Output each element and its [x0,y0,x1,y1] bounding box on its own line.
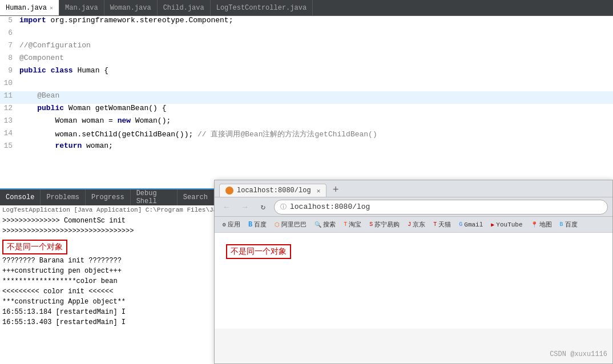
bookmark-maps[interactable]: 📍 地图 [527,219,555,230]
browser-tab-item[interactable]: localhost:8080/log ✕ [219,184,326,197]
tab-label: Human.java [6,4,47,12]
console-line-2: >>>>>>>>>>>>>>>>>>>>>>>>>>>>>>>> [2,227,212,237]
address-bar[interactable]: ⓘ localhost:8080/log [274,200,608,215]
tab-progress[interactable]: Progress [86,189,131,205]
lock-icon: ⓘ [280,203,287,211]
youtube-label: YouTube [496,221,522,228]
console-line-8: ***constructing Apple object** [2,298,212,308]
browser-window: localhost:8080/log ✕ + ← → ↻ ⓘ localhost… [214,180,613,364]
bookmark-youtube[interactable]: ▶ YouTube [487,220,526,229]
csdn-watermark: CSDN @xuxu1116 [550,350,607,358]
console-line-5: +++constructing pen object+++ [2,267,212,277]
code-line-13: 13 Woman woman = new Woman(); [0,116,613,129]
forward-button[interactable]: → [237,200,252,215]
bookmark-baidu-1[interactable]: B 百度 [245,219,270,230]
console-header-line: LogTestApplication [Java Application] C:… [2,207,212,217]
tab-bar: Human.java ✕ Man.java Woman.java Child.j… [0,0,613,16]
bookmark-suning[interactable]: S 苏宁易购 [366,219,403,230]
refresh-button[interactable]: ↻ [256,200,271,215]
bookmark-tianmao[interactable]: T 天猫 [430,219,454,230]
not-same-object-label-browser: 不是同一个对象 [226,244,291,259]
tab-child-java[interactable]: Child.java [158,0,211,15]
browser-tab-close-icon[interactable]: ✕ [317,187,321,195]
code-editor: 5 import org.springframework.stereotype.… [0,16,613,193]
close-icon[interactable]: ✕ [50,5,53,11]
favicon-icon [225,187,233,195]
code-line-8: 8 @Component [0,54,613,66]
address-text: localhost:8080/log [290,203,370,211]
tab-logtestcontroller-java[interactable]: LogTestController.java [211,0,313,15]
tab-label: LogTestController.java [216,4,306,12]
bookmark-jingdong[interactable]: J 京东 [404,219,429,230]
bookmark-baidu-2[interactable]: B 百度 [556,219,581,230]
bookmark-gmail[interactable]: G Gmail [455,220,486,229]
console-line-9: 16:55:13.184 [restartedMain] I [2,308,212,318]
tab-debug-shell[interactable]: Debug Shell [131,189,178,205]
csdn-username: @xuxu1116 [570,350,607,358]
bookmarks-bar: ⚙ 应用 B 百度 ⬡ 阿里巴巴 🔍 搜索 T 淘宝 S 苏宁易购 [215,217,612,233]
bookmark-search[interactable]: 🔍 搜索 [311,219,339,230]
bookmark-apps[interactable]: ⚙ 应用 [219,219,244,230]
console-line-10: 16:55:13.403 [restartedMain] I [2,318,212,329]
bookmark-taobao[interactable]: T 淘宝 [340,219,365,230]
code-line-15: 15 return woman; [0,141,613,154]
tab-search[interactable]: Search [178,189,214,205]
code-line-7: 7 //@Configuration [0,41,613,54]
console-line-4: ???????? Barana init ???????? [2,257,212,267]
console-line-1: >>>>>>>>>>>>>> ComonentSc init [2,217,212,227]
tab-label: Man.java [65,4,98,12]
tab-man-java[interactable]: Man.java [59,0,104,15]
console-line-7: <<<<<<<<< color init <<<<<< [2,288,212,298]
browser-tab-label: localhost:8080/log [237,187,311,195]
code-line-6: 6 [0,29,613,41]
tab-label: Woman.java [110,4,151,12]
console-red-box-area: 不是同一个对象 [2,240,212,254]
tab-console[interactable]: Console [0,189,41,205]
tab-label: Child.java [163,4,204,12]
bookmark-alibaba[interactable]: ⬡ 阿里巴巴 [271,219,310,230]
csdn-label: CSDN [550,350,570,358]
code-line-11: 11 @Bean [0,91,613,104]
console-line-6: ******************color bean [2,277,212,288]
code-line-12: 12 public Woman getWomanBean() { [0,104,613,116]
browser-controls: ← → ↻ ⓘ localhost:8080/log [215,197,612,217]
code-line-9: 9 public class Human { [0,66,613,79]
back-button[interactable]: ← [219,200,234,215]
tab-problems[interactable]: Problems [41,189,86,205]
bottom-tab-bar: Console Problems Progress Debug Shell Se… [0,189,214,205]
tab-human-java[interactable]: Human.java ✕ [0,0,59,15]
code-line-5: 5 import org.springframework.stereotype.… [0,16,613,29]
not-same-object-label-console: 不是同一个对象 [2,240,67,254]
code-line-14: 14 woman.setChild(getChildBean()); // 直接… [0,129,613,141]
code-line-10: 10 [0,79,613,91]
ide-window: Human.java ✕ Man.java Woman.java Child.j… [0,0,613,364]
bottom-panel: Console Problems Progress Debug Shell Se… [0,188,214,364]
browser-content: 不是同一个对象 [215,233,612,329]
console-output: LogTestApplication [Java Application] C:… [0,205,214,364]
tab-woman-java[interactable]: Woman.java [104,0,158,15]
new-tab-button[interactable]: + [329,183,342,197]
